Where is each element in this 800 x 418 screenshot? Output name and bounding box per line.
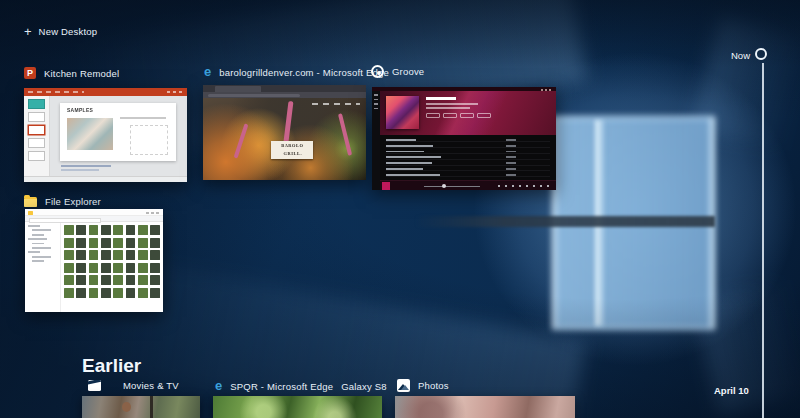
photo-tile	[113, 238, 123, 248]
slide-thumbnail	[28, 138, 45, 148]
photo-tile	[113, 250, 123, 260]
nav-item-bar	[32, 234, 44, 236]
photo-tile	[150, 263, 160, 273]
track-title-bar	[386, 139, 416, 141]
edge-icon: e	[204, 66, 211, 78]
progress-bar	[424, 186, 480, 188]
powerpoint-titlebar	[24, 88, 187, 96]
card-title: Movies & TV	[123, 380, 179, 391]
photo-tile	[101, 263, 111, 273]
photo-tile	[89, 288, 99, 298]
photo-tile	[150, 250, 160, 260]
album-subtitle-bar	[426, 107, 470, 109]
photo-tile	[138, 263, 148, 273]
photo-tile	[64, 238, 74, 248]
album-art	[386, 96, 419, 129]
timeline-track[interactable]	[762, 63, 764, 418]
notes-line	[61, 165, 111, 167]
explorer-window-thumbnail[interactable]	[25, 209, 163, 312]
card-header: P Kitchen Remodel	[24, 67, 119, 79]
track-row	[386, 138, 550, 142]
track-duration-bar	[506, 168, 516, 170]
new-desktop-label: New Desktop	[39, 26, 98, 37]
photo-tile	[76, 275, 86, 285]
slide-thumbnail	[28, 99, 45, 109]
groove-player-bar	[380, 180, 556, 190]
track-row	[386, 162, 550, 166]
photo-tile	[101, 225, 111, 235]
card-header: File Explorer	[24, 195, 101, 207]
photo-tile	[126, 275, 136, 285]
card-header: e barologrilldenver.com - Microsoft Edge	[204, 66, 389, 78]
slide-text-line	[120, 117, 166, 119]
nav-item-bar	[28, 225, 40, 227]
photo-tile	[64, 275, 74, 285]
track-row	[386, 150, 550, 154]
nav-item-bar	[32, 229, 51, 231]
photo-tile	[126, 225, 136, 235]
card-header: e SPQR - Microsoft Edge Galaxy S8	[215, 380, 380, 392]
album-meta	[426, 97, 491, 118]
slide-thumbnail	[28, 125, 45, 135]
photo-tile	[101, 250, 111, 260]
explorer-photo-grid	[61, 222, 163, 312]
track-row	[386, 167, 550, 171]
now-playing-art	[382, 182, 390, 190]
spqr-activity-thumbnail[interactable]	[213, 396, 382, 418]
card-title: Photos	[418, 380, 449, 391]
photo-tile	[64, 250, 74, 260]
powerpoint-slide-panel	[24, 96, 50, 176]
timeline-knob[interactable]	[755, 48, 767, 60]
photo-tile	[76, 238, 86, 248]
powerpoint-statusbar	[24, 176, 187, 182]
photo-tile	[64, 225, 74, 235]
photo-tile	[89, 238, 99, 248]
task-view-screen: + New Desktop P Kitchen Remodel SAMPLES	[0, 0, 800, 418]
sign-line-2: GRILL.	[283, 151, 302, 155]
groove-window-thumbnail[interactable]	[372, 87, 556, 190]
photo-tile	[76, 250, 86, 260]
photo-tile	[126, 250, 136, 260]
photo-tile	[150, 288, 160, 298]
photo-tile	[150, 238, 160, 248]
photo-tile	[76, 288, 86, 298]
movies-activity-thumbnail[interactable]	[82, 396, 200, 418]
photo-tile	[76, 263, 86, 273]
track-duration-bar	[506, 151, 516, 153]
nav-item-bar	[32, 260, 44, 262]
nav-item-bar	[28, 251, 40, 253]
timeline-now-label: Now	[731, 50, 750, 61]
powerpoint-window-thumbnail[interactable]: SAMPLES	[24, 88, 187, 182]
photo-tile	[126, 288, 136, 298]
photo-tile	[138, 288, 148, 298]
sign-line-1: BAROLO	[281, 143, 303, 147]
food-garnish	[233, 123, 248, 159]
photo-tile	[150, 275, 160, 285]
photo-tile	[76, 225, 86, 235]
track-row	[386, 144, 550, 148]
nav-item-bar	[32, 256, 51, 258]
notes-line	[61, 169, 99, 171]
photo-tile	[138, 225, 148, 235]
track-row	[386, 173, 550, 177]
photo-tile	[113, 225, 123, 235]
track-title-bar	[386, 145, 433, 147]
edge-window-thumbnail[interactable]: BAROLO GRILL.	[203, 85, 366, 180]
photo-tile	[126, 238, 136, 248]
photo-tile	[101, 275, 111, 285]
folder-icon	[24, 197, 37, 207]
track-title-bar	[386, 168, 423, 170]
photos-activity-thumbnail[interactable]	[395, 396, 575, 418]
slide-title-text: SAMPLES	[67, 108, 93, 114]
photo-tile	[101, 238, 111, 248]
track-duration-bar	[506, 156, 516, 158]
album-header	[380, 91, 556, 135]
new-desktop-button[interactable]: + New Desktop	[24, 26, 97, 37]
groove-body	[372, 91, 556, 190]
photo-tile	[138, 275, 148, 285]
groove-sidebar	[372, 91, 380, 190]
photo-tile	[113, 275, 123, 285]
photo-tile	[150, 225, 160, 235]
card-title: Groove	[392, 66, 424, 77]
card-header: Movies & TV	[88, 380, 179, 391]
